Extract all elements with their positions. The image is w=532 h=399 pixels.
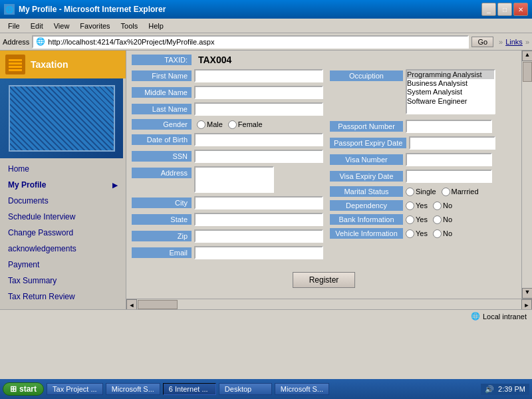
- address-label: Address: [3, 38, 29, 46]
- bank-yes-radio[interactable]: [406, 215, 414, 224]
- bank-yes-label[interactable]: Yes: [406, 215, 428, 224]
- marital-married-label[interactable]: Marrried: [442, 188, 479, 196]
- occ-opt-3[interactable]: Software Engineer: [407, 97, 494, 106]
- middle-name-row: Middle Name: [132, 86, 323, 99]
- vehicle-yes-label[interactable]: Yes: [406, 229, 428, 238]
- passport-expiry-input[interactable]: [409, 136, 495, 150]
- marital-single-radio[interactable]: [406, 188, 414, 196]
- city-row: City: [132, 196, 323, 209]
- maximize-button[interactable]: □: [497, 3, 512, 16]
- close-button[interactable]: ✕: [513, 3, 528, 16]
- nav-documents[interactable]: Documents: [0, 193, 126, 209]
- nav-acknowledgements[interactable]: acknowledgements: [0, 241, 126, 257]
- vertical-scrollbar[interactable]: ▲ ▼: [521, 51, 532, 299]
- marital-single-label[interactable]: Single: [406, 188, 436, 196]
- dependency-yes-radio[interactable]: [406, 201, 414, 210]
- email-label: Email: [132, 247, 192, 258]
- address-input[interactable]: [194, 166, 274, 193]
- clock-icon: 🔊: [485, 385, 494, 394]
- city-input[interactable]: [194, 196, 323, 209]
- go-button[interactable]: Go: [471, 37, 493, 47]
- start-button[interactable]: ⊞ start: [3, 382, 44, 396]
- gender-male-radio[interactable]: [197, 120, 205, 129]
- ssn-input[interactable]: [194, 150, 323, 163]
- taskbar-microsoft-s2[interactable]: Microsoft S...: [275, 383, 329, 395]
- taskbar: ⊞ start Tax Project ... Microsoft S... 6…: [0, 379, 532, 399]
- sidebar-header: Taxation: [0, 51, 126, 78]
- email-input[interactable]: [194, 246, 323, 259]
- gender-label: Gender: [132, 119, 192, 130]
- links-button[interactable]: Links: [505, 38, 523, 46]
- h-scroll-thumb[interactable]: [138, 300, 178, 309]
- last-name-input[interactable]: [194, 102, 323, 116]
- visa-number-label: Visa Number: [330, 154, 403, 165]
- menu-bar: File Edit View Favorites Tools Help: [0, 19, 532, 33]
- taskbar-tax-project[interactable]: Tax Project ...: [47, 383, 103, 395]
- menu-favorites[interactable]: Favorites: [74, 21, 115, 31]
- last-name-row: Last Name: [132, 102, 323, 116]
- menu-file[interactable]: File: [3, 21, 25, 31]
- vehicle-no-label[interactable]: No: [433, 229, 452, 238]
- form-left: First Name Middle Name Last Name Ge: [132, 69, 323, 263]
- occ-opt-1[interactable]: Business Analysist: [407, 79, 494, 88]
- horizontal-scrollbar[interactable]: ◄ ►: [126, 299, 532, 309]
- nav-home[interactable]: Home: [0, 161, 126, 177]
- visa-expiry-input[interactable]: [406, 170, 492, 183]
- menu-edit[interactable]: Edit: [25, 21, 49, 31]
- scroll-down-button[interactable]: ▼: [522, 288, 532, 299]
- vehicle-no-radio[interactable]: [433, 229, 442, 238]
- address-bar: Address 🌐 http://localhost:4214/Tax%20Pr…: [0, 33, 532, 51]
- dependency-no-label[interactable]: No: [433, 201, 452, 210]
- nav-my-profile[interactable]: My Profile ▶: [0, 177, 126, 193]
- dependency-yes-label[interactable]: Yes: [406, 201, 428, 210]
- nav-payment[interactable]: Payment: [0, 257, 126, 273]
- dob-row: Date of Birth: [132, 133, 323, 146]
- dependency-label: Dependency: [330, 200, 403, 211]
- zip-input[interactable]: [194, 229, 323, 243]
- bank-no-label[interactable]: No: [433, 215, 452, 224]
- nav-tax-return-review[interactable]: Tax Return Review: [0, 289, 126, 305]
- passport-number-label: Passport Number: [330, 121, 403, 132]
- scroll-right-button[interactable]: ►: [521, 299, 532, 310]
- marital-married-radio[interactable]: [442, 188, 450, 196]
- scroll-track: [522, 61, 532, 288]
- occupation-dropdown: Programming AnalysistBusiness AnalysistS…: [406, 69, 495, 114]
- register-button[interactable]: Register: [293, 272, 356, 288]
- scroll-thumb[interactable]: [523, 62, 532, 82]
- nav-change-password[interactable]: Change Password: [0, 225, 126, 241]
- nav-schedule-interview[interactable]: Schedule Interview: [0, 209, 126, 225]
- window-controls: _ □ ✕: [481, 3, 528, 16]
- taskbar-desktop[interactable]: Desktop: [219, 383, 272, 395]
- occ-opt-2[interactable]: System Analysist: [407, 88, 494, 96]
- address-field[interactable]: 🌐 http://localhost:4214/Tax%20Project/My…: [32, 35, 469, 49]
- browser-content: Taxation Home My Profile ▶ Documents Sch…: [0, 51, 532, 309]
- middle-name-input[interactable]: [194, 86, 323, 99]
- taxid-value: TAX004: [198, 55, 231, 65]
- h-scroll-track: [137, 299, 521, 310]
- dob-input[interactable]: [194, 133, 323, 146]
- occupation-select[interactable]: Programming AnalysistBusiness AnalysistS…: [406, 69, 495, 114]
- minimize-button[interactable]: _: [481, 3, 496, 16]
- vehicle-yes-radio[interactable]: [406, 229, 414, 238]
- passport-number-input[interactable]: [406, 120, 492, 133]
- middle-name-label: Middle Name: [132, 87, 192, 98]
- content-main: TAXID: TAX004 First Name Middle Name: [126, 51, 521, 299]
- visa-number-input[interactable]: [406, 153, 492, 166]
- occ-opt-0[interactable]: Programming Analysist: [407, 70, 494, 79]
- gender-male-label[interactable]: Male: [197, 120, 223, 129]
- taskbar-microsoft-s1[interactable]: Microsoft S...: [106, 383, 160, 395]
- bank-no-radio[interactable]: [433, 215, 442, 224]
- menu-view[interactable]: View: [49, 21, 75, 31]
- scroll-left-button[interactable]: ◄: [126, 299, 137, 310]
- menu-help[interactable]: Help: [143, 21, 169, 31]
- gender-female-radio[interactable]: [228, 120, 237, 129]
- scroll-up-button[interactable]: ▲: [522, 51, 532, 61]
- state-input[interactable]: [194, 213, 323, 226]
- dependency-no-radio[interactable]: [433, 201, 442, 210]
- nav-tax-summary[interactable]: Tax Summary: [0, 273, 126, 289]
- menu-tools[interactable]: Tools: [116, 21, 144, 31]
- taskbar-internet[interactable]: 6 Internet ...: [163, 383, 216, 395]
- gender-female-label[interactable]: Female: [228, 120, 263, 129]
- window-title: My Profile - Microsoft Internet Explorer: [19, 5, 166, 14]
- first-name-input[interactable]: [194, 69, 323, 82]
